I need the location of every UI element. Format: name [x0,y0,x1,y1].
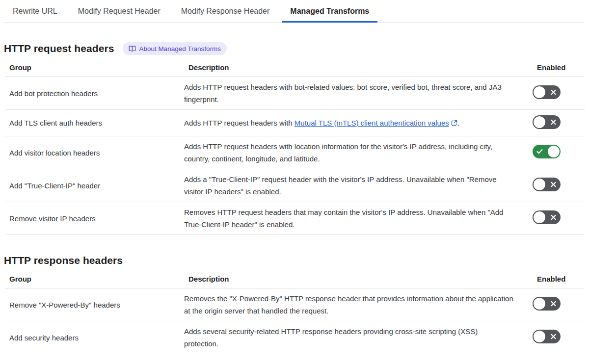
description-cell: Adds HTTP request headers with bot-relat… [184,81,514,105]
table-row: Add bot protection headers Adds HTTP req… [5,77,585,110]
request-table-slot: Group Description Enabled Add bot protec… [0,55,589,235]
toggle-knob [548,146,560,157]
group-cell: Remove visitor IP headers [5,202,184,235]
x-icon [551,334,556,339]
description-text-prefix: Adds HTTP request headers with [184,119,294,127]
table-row: Remove "X-Powered-By" headers Removes th… [5,288,585,321]
tab-label: Modify Request Header [78,7,161,15]
tab-label: Managed Transforms [290,7,369,15]
tab-managed-transforms[interactable]: Managed Transforms [282,0,377,22]
tab-label: Modify Response Header [181,7,270,15]
response-headers-section: HTTP response headers Group Description … [0,255,589,354]
x-icon [551,90,556,95]
table-row: Add "True-Client-IP" header Adds a "True… [5,169,585,202]
description-cell: Adds several security-related HTTP respo… [184,325,514,350]
request-headers-section: HTTP request headers About Managed Trans… [0,42,589,235]
toggle-knob [534,179,545,190]
enabled-toggle-add-bot-protection-headers[interactable] [533,85,561,99]
x-icon [551,301,556,307]
toggle-knob [534,116,545,128]
managed-transforms-table: Group Description Enabled Add bot protec… [5,55,585,235]
enabled-toggle-add-security-headers[interactable] [533,330,561,343]
description-cell: Adds a "True-Client-IP" request header w… [184,173,514,198]
tab-modify-response-header[interactable]: Modify Response Header [173,0,278,22]
table-header-row: Group Description Enabled [5,55,585,77]
column-header-group: Group [5,266,184,288]
managed-transforms-page: HTTP request headers About Managed Trans… [0,42,589,354]
toggle-knob [534,86,545,98]
x-icon [551,182,556,187]
badge-label: About Managed Transforms [139,45,221,52]
description-link[interactable]: Mutual TLS (mTLS) client authentication … [294,119,457,127]
request-section-title: HTTP request headers [4,43,114,54]
description-cell: Removes the "X-Powered-By" HTTP response… [184,292,514,317]
table-row: Add security headers Adds several securi… [5,321,585,354]
tab-bar: Rewrite URL Modify Request Header Modify… [4,0,585,23]
group-cell: Add visitor location headers [5,136,184,169]
toggle-knob [534,298,545,310]
response-section-title: HTTP response headers [4,255,123,266]
response-table-slot: Group Description Enabled Remove "X-Powe… [0,266,589,354]
description-cell: Removes HTTP request headers that may co… [184,206,514,231]
tab-modify-request-header[interactable]: Modify Request Header [70,0,169,22]
group-cell: Add "True-Client-IP" header [5,169,184,202]
table-header-row: Group Description Enabled [5,266,585,288]
column-header-description: Description [184,266,533,288]
external-link-icon [451,120,457,126]
enabled-toggle-remove-x-powered-by-headers[interactable] [533,297,561,311]
x-icon [551,119,556,125]
column-header-group: Group [5,55,184,77]
column-header-enabled: Enabled [533,266,585,288]
group-cell: Add bot protection headers [5,77,184,110]
book-icon [129,46,136,52]
description-link-label: Mutual TLS (mTLS) client authentication … [294,119,449,127]
column-header-description: Description [184,55,533,77]
table-row: Add TLS client auth headers Adds HTTP re… [5,110,585,136]
managed-transforms-table: Group Description Enabled Remove "X-Powe… [5,266,585,354]
enabled-toggle-add-visitor-location-headers[interactable] [533,145,561,158]
tab-rewrite-url[interactable]: Rewrite URL [4,0,66,22]
tab-label: Rewrite URL [13,7,57,15]
table-row: Add visitor location headers Adds HTTP r… [5,136,585,169]
toggle-knob [534,211,545,223]
x-icon [551,215,556,220]
description-cell: Adds HTTP request headers with location … [184,140,514,165]
table-row: Remove visitor IP headers Removes HTTP r… [5,202,585,235]
check-icon [536,149,543,155]
toggle-knob [534,331,545,342]
description-cell: Adds HTTP request headers with Mutual TL… [184,117,514,129]
description-text-suffix: . [457,119,459,127]
enabled-toggle-add-tls-client-auth-headers[interactable] [533,115,561,129]
group-cell: Add TLS client auth headers [5,110,184,136]
group-cell: Remove "X-Powered-By" headers [5,288,184,321]
about-managed-transforms-badge[interactable]: About Managed Transforms [123,42,227,55]
enabled-toggle-add-true-client-ip-header[interactable] [533,178,561,191]
column-header-enabled: Enabled [533,55,585,77]
enabled-toggle-remove-visitor-ip-headers[interactable] [533,210,561,224]
group-cell: Add security headers [5,321,184,354]
